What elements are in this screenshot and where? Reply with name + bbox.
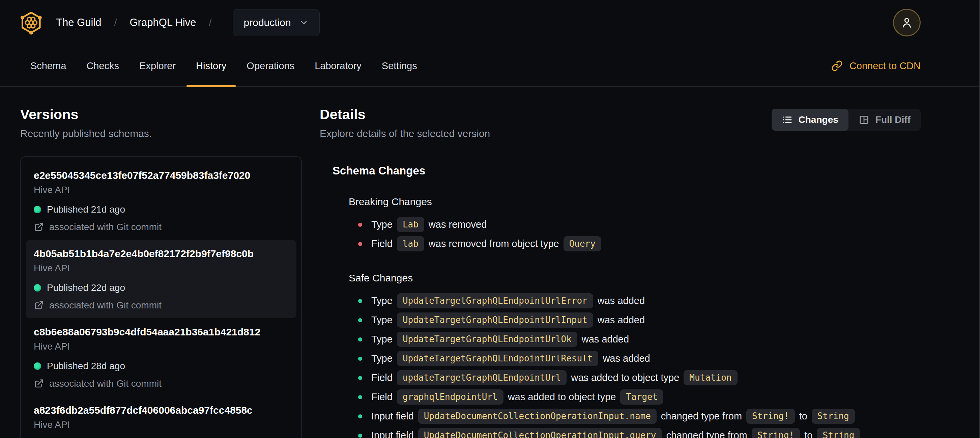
change-text: Field: [371, 392, 393, 403]
bullet-icon: [358, 242, 362, 246]
change-text: to: [799, 411, 807, 422]
git-commit-link[interactable]: associated with Git commit: [34, 300, 288, 311]
nav-tab-history[interactable]: History: [186, 45, 236, 86]
bullet-icon: [358, 414, 362, 419]
schema-change-item: TypeUpdateTargetGraphQLEndpointUrlResult…: [358, 349, 921, 368]
breadcrumb: The Guild / GraphQL Hive / production: [56, 9, 320, 36]
change-group: Safe Changes TypeUpdateTargetGraphQLEndp…: [332, 272, 921, 438]
version-hash: 4b05ab51b1b4a7e2e4b0ef82172f2b9f7ef98c0b: [34, 248, 288, 260]
details-header: Details Explore details of the selected …: [320, 107, 921, 139]
nav-tab-label: Checks: [86, 61, 119, 72]
change-text: Input field: [371, 411, 414, 422]
view-toggle-label: Full Diff: [875, 115, 910, 125]
change-text: Type: [371, 353, 393, 364]
schema-change-item: TypeUpdateTargetGraphQLEndpointUrlInputw…: [358, 311, 921, 330]
change-text: changed type from: [667, 430, 747, 438]
change-text: Type: [371, 314, 393, 326]
nav-tab-settings[interactable]: Settings: [372, 45, 427, 86]
versions-title: Versions: [20, 107, 302, 123]
bullet-icon: [358, 357, 362, 361]
code-chip: UpdateTargetGraphQLEndpointUrlInput: [397, 312, 593, 328]
change-text: Field: [371, 372, 393, 383]
nav-tab-checks[interactable]: Checks: [76, 45, 129, 86]
version-service: Hive API: [34, 185, 288, 195]
version-service: Hive API: [34, 263, 288, 274]
main-nav: SchemaChecksExplorerHistoryOperationsLab…: [0, 45, 980, 87]
code-chip: UpdateTargetGraphQLEndpointUrlResult: [397, 351, 598, 366]
change-list: TypeLabwas removed Fieldlabwas removed f…: [349, 215, 921, 253]
code-chip: UpdateDocumentCollectionOperationInput.n…: [418, 409, 657, 424]
schema-changes-title: Schema Changes: [332, 164, 921, 177]
change-list: TypeUpdateTargetGraphQLEndpointUrlErrorw…: [349, 291, 921, 438]
change-text: was added to object type: [571, 372, 679, 383]
schema-change-item: Input fieldUpdateDocumentCollectionOpera…: [358, 407, 921, 426]
version-list-item[interactable]: c8b6e88a06793b9c4dfd54aaa21b36a1b421d812…: [25, 318, 296, 397]
list-icon: [782, 115, 792, 125]
change-text: was added: [598, 295, 645, 306]
git-commit-link[interactable]: associated with Git commit: [34, 222, 288, 233]
code-chip: String: [817, 428, 860, 438]
nav-tab-laboratory[interactable]: Laboratory: [304, 45, 372, 86]
nav-tab-schema[interactable]: Schema: [20, 45, 76, 86]
external-link-icon: [34, 300, 44, 311]
git-commit-link[interactable]: associated with Git commit: [34, 378, 288, 389]
code-chip: updateTargetGraphQLEndpointUrl: [397, 370, 567, 385]
change-text: changed type from: [661, 411, 742, 422]
change-text: was removed: [429, 219, 487, 230]
code-chip: lab: [397, 236, 424, 252]
change-group: Breaking Changes TypeLabwas removed Fiel…: [332, 196, 921, 253]
chevron-down-icon: [299, 18, 309, 27]
version-status: Published 21d ago: [34, 204, 288, 215]
code-chip: Query: [563, 236, 601, 252]
change-text: Type: [371, 295, 393, 306]
change-group-title: Breaking Changes: [349, 196, 921, 207]
view-toggle-label: Changes: [799, 115, 838, 125]
breadcrumb-separator: /: [114, 17, 117, 28]
nav-tab-operations[interactable]: Operations: [236, 45, 304, 86]
breadcrumb-org[interactable]: The Guild: [56, 16, 101, 29]
change-text: was added: [598, 314, 645, 326]
published-dot-icon: [34, 206, 41, 213]
change-text: was removed from object type: [429, 238, 559, 249]
version-list-item[interactable]: 4b05ab51b1b4a7e2e4b0ef82172f2b9f7ef98c0b…: [25, 240, 296, 318]
code-chip: UpdateTargetGraphQLEndpointUrlOk: [397, 332, 578, 347]
version-list-item[interactable]: a823f6db2a55df877dcf406006abca97fcc4858c…: [25, 397, 296, 438]
view-toggle-button[interactable]: Changes: [772, 109, 848, 131]
nav-tab-label: Operations: [247, 61, 294, 72]
bullet-icon: [358, 299, 362, 303]
nav-tab-explorer[interactable]: Explorer: [129, 45, 186, 86]
published-dot-icon: [34, 362, 41, 370]
nav-tab-label: Laboratory: [315, 61, 361, 72]
connect-to-cdn-link[interactable]: Connect to CDN: [831, 45, 921, 86]
change-text: Type: [371, 334, 393, 345]
schema-change-item: FieldgraphqlEndpointUrlwas added to obje…: [358, 387, 921, 407]
user-icon: [900, 16, 913, 29]
code-chip: Mutation: [684, 370, 737, 385]
app-header: The Guild / GraphQL Hive / production: [0, 0, 980, 45]
change-text: Input field: [371, 430, 414, 438]
nav-tab-label: History: [196, 61, 226, 72]
schema-change-item: TypeUpdateTargetGraphQLEndpointUrlOkwas …: [358, 330, 921, 349]
hive-logo-icon[interactable]: [20, 10, 43, 35]
details-panel: Details Explore details of the selected …: [320, 107, 921, 438]
target-selector-button[interactable]: production: [233, 9, 320, 36]
version-hash: e2e55045345ce13fe07f52a77459b83fa3fe7020: [34, 170, 288, 181]
view-toggle-button[interactable]: Full Diff: [848, 109, 921, 131]
code-chip: graphqlEndpointUrl: [397, 389, 503, 405]
details-heading-block: Details Explore details of the selected …: [320, 107, 490, 139]
change-text: to: [804, 430, 812, 438]
connect-to-cdn-label: Connect to CDN: [850, 61, 921, 72]
version-service: Hive API: [34, 419, 288, 430]
versions-subtitle: Recently published schemas.: [20, 128, 302, 139]
user-avatar[interactable]: [893, 9, 921, 37]
version-status: Published 28d ago: [34, 361, 288, 371]
version-published-text: Published 22d ago: [47, 282, 125, 293]
breadcrumb-project[interactable]: GraphQL Hive: [129, 16, 196, 29]
code-chip: String!: [746, 409, 795, 424]
breadcrumb-separator: /: [209, 17, 212, 28]
change-text: Field: [371, 238, 393, 249]
version-list-item[interactable]: e2e55045345ce13fe07f52a77459b83fa3fe7020…: [25, 162, 296, 240]
bullet-icon: [358, 376, 362, 380]
git-commit-label: associated with Git commit: [49, 300, 162, 311]
external-link-icon: [34, 222, 44, 232]
